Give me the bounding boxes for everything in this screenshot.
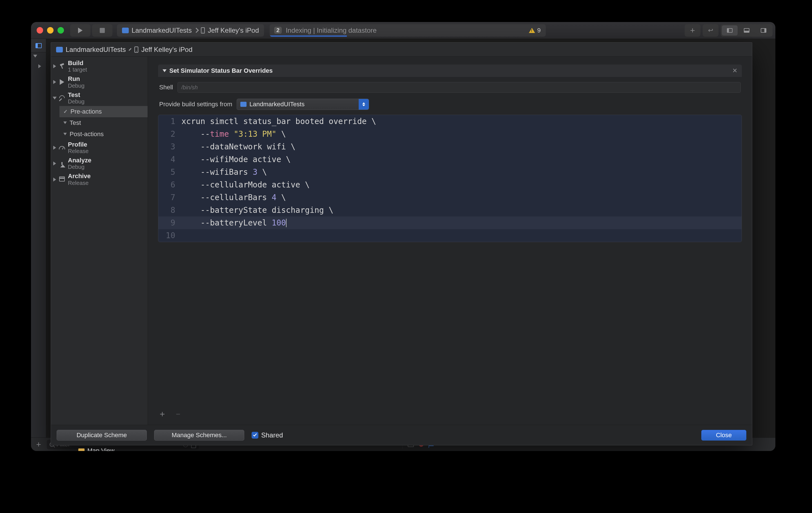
scheme-project-label: LandmarkedUITests: [132, 27, 192, 34]
subphase-post-actions[interactable]: Post-actions: [59, 129, 148, 140]
button-label: Duplicate Scheme: [77, 431, 127, 439]
scheme-device-label: Jeff Kelley's iPod: [208, 27, 259, 34]
disclosure-triangle-icon[interactable]: [163, 69, 167, 72]
scheme-breadcrumb: LandmarkedUITests Jeff Kelley's iPod: [51, 42, 752, 57]
shared-checkbox-row[interactable]: Shared: [252, 431, 283, 439]
stop-button[interactable]: [92, 24, 112, 37]
code-content: --wifiMode active \: [181, 155, 291, 164]
remove-action-button-footer[interactable]: －: [174, 408, 182, 420]
close-window-button[interactable]: [37, 27, 43, 33]
close-button[interactable]: Close: [701, 430, 746, 440]
panel-bottom-icon: [744, 28, 750, 33]
navigator-selector-bar[interactable]: [31, 39, 46, 52]
code-line[interactable]: 2 --time "3:13 PM" \: [158, 128, 742, 140]
activity-text: Indexing | Initializing datastore: [286, 27, 376, 34]
phase-test[interactable]: TestDebug: [51, 90, 148, 106]
navigator-item-label: Map View: [87, 447, 114, 451]
navigator-item-peek[interactable]: Map View: [78, 447, 114, 451]
line-number: 8: [158, 205, 181, 215]
library-button[interactable]: +: [685, 24, 700, 37]
code-line[interactable]: 1xcrun simctl status_bar booted override…: [158, 115, 742, 128]
subphase-test[interactable]: Test: [59, 117, 148, 129]
build-settings-popup[interactable]: LandmarkedUITests: [237, 98, 369, 110]
disclosure-icon[interactable]: [53, 146, 56, 150]
flask-icon: [61, 162, 62, 165]
issue-summary[interactable]: 9: [529, 27, 541, 34]
phase-title: Run: [68, 75, 85, 82]
breadcrumb-device[interactable]: Jeff Kelley's iPod: [141, 46, 193, 54]
phase-test-children: ✓Pre-actions Test Post-actions: [51, 106, 148, 140]
project-navigator-icon: [35, 43, 42, 48]
shell-label: Shell: [159, 84, 173, 91]
scheme-editor-sheet: LandmarkedUITests Jeff Kelley's iPod Bui…: [51, 42, 752, 445]
scheme-selector[interactable]: LandmarkedUITests Jeff Kelley's iPod: [117, 24, 264, 37]
check-icon: ✓: [63, 109, 68, 115]
code-review-button[interactable]: ↩︎: [703, 24, 719, 37]
text-caret: [286, 219, 287, 227]
chevron-down-icon: [63, 133, 67, 135]
code-content: --time "3:13 PM" \: [181, 130, 286, 139]
phase-build[interactable]: Build1 target: [51, 58, 148, 74]
code-line[interactable]: 6 --cellularMode active \: [158, 178, 742, 191]
arrows-icon: ↩︎: [708, 27, 713, 34]
code-line[interactable]: 9 --batteryLevel 100: [158, 217, 742, 229]
disclosure-icon[interactable]: [53, 80, 56, 84]
script-editor[interactable]: 1xcrun simctl status_bar booted override…: [158, 115, 742, 242]
line-number: 6: [158, 180, 181, 190]
code-content: --cellularBars 4 \: [181, 193, 286, 202]
add-button[interactable]: +: [31, 438, 46, 451]
phase-title: Test: [68, 91, 85, 98]
disclosure-icon[interactable]: [53, 64, 56, 68]
device-icon: [135, 47, 138, 53]
disclosure-icon[interactable]: [53, 162, 56, 166]
shared-label: Shared: [261, 431, 283, 439]
phase-title: Archive: [68, 172, 91, 179]
disclosure-icon[interactable]: [53, 177, 56, 181]
code-line[interactable]: 10: [158, 229, 742, 242]
zoom-window-button[interactable]: [57, 27, 64, 33]
phase-profile[interactable]: ProfileRelease: [51, 140, 148, 155]
code-content: xcrun simctl status_bar booted override …: [181, 117, 376, 126]
manage-schemes-button[interactable]: Manage Schemes...: [154, 430, 244, 440]
disclosure-icon[interactable]: [38, 64, 41, 68]
phase-archive[interactable]: ArchiveRelease: [51, 171, 148, 187]
phase-analyze[interactable]: AnalyzeDebug: [51, 155, 148, 171]
build-settings-value: LandmarkedUITests: [249, 101, 304, 108]
scheme-sheet-footer: Duplicate Scheme Manage Schemes... Share…: [51, 425, 752, 445]
action-title: Set Simulator Status Bar Overrides: [169, 67, 273, 75]
code-line[interactable]: 8 --batteryState discharging \: [158, 204, 742, 217]
code-content: --dataNetwork wifi \: [181, 142, 295, 151]
phase-subtitle: Release: [68, 148, 88, 154]
phase-subtitle: Debug: [68, 83, 85, 89]
scheme-main-panel: Set Simulator Status Bar Overrides ✕ She…: [148, 57, 752, 425]
breadcrumb-project[interactable]: LandmarkedUITests: [66, 46, 126, 54]
code-line[interactable]: 7 --cellularBars 4 \: [158, 191, 742, 204]
run-button[interactable]: [70, 24, 90, 37]
shared-checkbox[interactable]: [252, 432, 258, 438]
device-icon: [201, 27, 205, 33]
code-line[interactable]: 4 --wifiMode active \: [158, 153, 742, 166]
toggle-navigator-button[interactable]: [722, 25, 737, 35]
subphase-pre-actions[interactable]: ✓Pre-actions: [59, 106, 148, 117]
activity-status[interactable]: 2 Indexing | Initializing datastore 9: [270, 24, 546, 37]
duplicate-scheme-button[interactable]: Duplicate Scheme: [57, 430, 147, 440]
add-action-button[interactable]: ＋: [158, 408, 167, 420]
code-content: --cellularMode active \: [181, 180, 310, 190]
button-label: Manage Schemes...: [172, 431, 227, 439]
action-section-header[interactable]: Set Simulator Status Bar Overrides ✕: [158, 64, 742, 77]
minimize-window-button[interactable]: [47, 27, 54, 33]
play-icon: [78, 28, 83, 33]
code-line[interactable]: 3 --dataNetwork wifi \: [158, 140, 742, 153]
disclosure-icon[interactable]: [33, 55, 37, 57]
line-number: 3: [158, 142, 181, 151]
remove-action-button[interactable]: ✕: [732, 67, 737, 75]
toggle-inspector-button[interactable]: [756, 25, 772, 35]
code-line[interactable]: 5 --wifiBars 3 \: [158, 166, 742, 178]
toggle-debug-area-button[interactable]: [739, 25, 755, 35]
shell-input[interactable]: [177, 82, 741, 93]
phase-title: Profile: [68, 141, 88, 148]
scheme-phases-sidebar: Build1 target RunDebug TestDebug ✓Pre-ac…: [51, 57, 148, 425]
disclosure-icon[interactable]: [53, 97, 57, 99]
phase-run[interactable]: RunDebug: [51, 74, 148, 90]
subphase-label: Pre-actions: [70, 108, 102, 115]
